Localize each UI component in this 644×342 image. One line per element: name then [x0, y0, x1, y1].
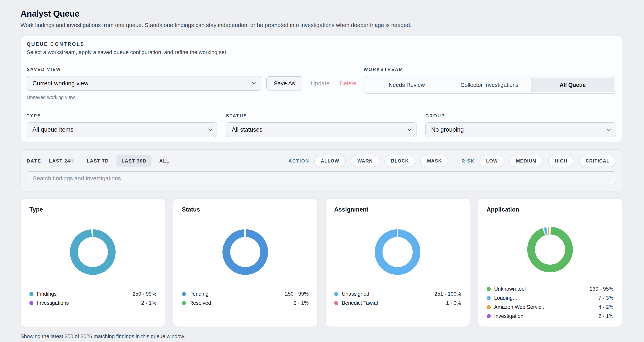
- legend-label: Loading...: [494, 295, 517, 301]
- action-pill-mask[interactable]: MASK: [420, 155, 448, 167]
- chevron-down-icon: [607, 127, 611, 131]
- legend-dot-icon: [182, 292, 186, 296]
- saved-view-label: SAVED VIEW: [27, 67, 356, 72]
- legend-item: Unassigned251 · 100%: [334, 291, 461, 297]
- group-select[interactable]: No grouping: [426, 122, 616, 137]
- type-chart-card: Type Findings250 · 99%Investigations2 · …: [20, 198, 165, 327]
- date-filter-label: DATE: [27, 158, 41, 164]
- status-selected-value: All statuses: [232, 126, 262, 133]
- legend-value: 250 · 99%: [285, 291, 309, 297]
- risk-pill-critical[interactable]: CRITICAL: [579, 155, 616, 167]
- legend-item: Pending250 · 99%: [182, 291, 309, 297]
- page-subtitle: Work findings and investigations from on…: [20, 22, 622, 28]
- risk-pill-high[interactable]: HIGH: [548, 155, 574, 167]
- type-donut-chart: [30, 213, 156, 291]
- legend-label: Unknown tool: [494, 286, 526, 292]
- action-pill-block[interactable]: BLOCK: [384, 155, 416, 167]
- date-option-last-7d[interactable]: LAST 7D: [82, 155, 114, 167]
- chart-legend: Findings250 · 99%Investigations2 · 1%: [30, 291, 156, 306]
- legend-item: Benedict Tawiah1 · 0%: [334, 300, 461, 306]
- delete-button[interactable]: Delete: [340, 80, 356, 87]
- workstream-segmented-control: Needs Review Collector Investigations Al…: [364, 76, 616, 94]
- chart-legend: Unknown tool239 · 95%Loading...7 · 3%Ama…: [487, 286, 614, 319]
- legend-value: 4 · 2%: [598, 304, 614, 310]
- saved-view-select[interactable]: Current working view: [27, 76, 261, 91]
- workstream-option-all-queue[interactable]: All Queue: [531, 78, 614, 92]
- group-selected-value: No grouping: [431, 126, 464, 133]
- legend-dot-icon: [30, 301, 34, 305]
- chevron-down-icon: [252, 80, 256, 85]
- legend-value: 250 · 99%: [132, 291, 156, 297]
- divider: [27, 60, 616, 60]
- legend-item: Loading...7 · 3%: [487, 295, 614, 301]
- action-filter-label: ACTION: [288, 158, 309, 164]
- action-pill-warn[interactable]: WARN: [351, 155, 379, 167]
- assignment-donut-chart: [334, 213, 461, 291]
- chart-legend: Pending250 · 99%Resolved2 · 1%: [182, 291, 309, 306]
- application-chart-card: Application Unknown tool239 · 95%Loading…: [478, 198, 622, 327]
- queue-controls-heading: QUEUE CONTROLS: [27, 41, 616, 47]
- chart-title: Application: [487, 206, 614, 213]
- status-chart-card: Status Pending250 · 99%Resolved2 · 1%: [173, 198, 318, 327]
- legend-value: 2 · 1%: [294, 300, 309, 306]
- filter-card: DATE LAST 24H LAST 7D LAST 30D ALL ACTIO…: [20, 149, 622, 191]
- legend-value: 2 · 1%: [141, 300, 156, 306]
- chart-legend: Unassigned251 · 100%Benedict Tawiah1 · 0…: [334, 291, 461, 306]
- queue-controls-card: QUEUE CONTROLS Select a workstream, appl…: [20, 35, 622, 143]
- workstream-section: WORKSTREAM Needs Review Collector Invest…: [364, 67, 616, 100]
- legend-item: Resolved2 · 1%: [182, 300, 309, 306]
- status-donut-chart: [182, 213, 309, 291]
- chevron-down-icon: [208, 127, 212, 131]
- search-input[interactable]: [27, 171, 616, 185]
- status-select[interactable]: All statuses: [226, 122, 417, 137]
- filter-separator: |: [454, 158, 456, 164]
- type-filter-section: TYPE All queue items: [27, 113, 218, 137]
- chart-title: Assignment: [334, 206, 461, 213]
- status-label: STATUS: [226, 113, 417, 119]
- legend-dot-icon: [334, 301, 338, 305]
- legend-dot-icon: [182, 301, 186, 305]
- legend-item: Investigations2 · 1%: [30, 300, 156, 306]
- legend-value: 251 · 100%: [434, 291, 461, 297]
- results-summary: Showing the latest 250 of 2026 matching …: [20, 334, 622, 340]
- chart-title: Type: [30, 206, 156, 213]
- risk-pill-low[interactable]: LOW: [480, 155, 504, 167]
- workstream-option-needs-review[interactable]: Needs Review: [365, 78, 448, 92]
- assignment-chart-card: Assignment Unassigned251 · 100%Benedict …: [325, 198, 470, 327]
- legend-item: Unknown tool239 · 95%: [487, 286, 614, 292]
- legend-label: Resolved: [190, 300, 211, 306]
- page-title: Analyst Queue: [20, 8, 622, 19]
- type-select[interactable]: All queue items: [27, 122, 218, 137]
- legend-dot-icon: [334, 292, 338, 296]
- legend-label: Benedict Tawiah: [342, 300, 380, 306]
- divider: [27, 107, 616, 107]
- legend-label: Amazon Web Servic...: [494, 304, 546, 310]
- legend-item: Investigation2 · 1%: [487, 313, 614, 319]
- chevron-down-icon: [408, 127, 412, 131]
- status-filter-section: STATUS All statuses: [226, 113, 417, 137]
- update-button[interactable]: Update: [311, 80, 330, 87]
- risk-pill-medium[interactable]: MEDIUM: [510, 155, 543, 167]
- action-pill-allow[interactable]: ALLOW: [314, 155, 346, 167]
- date-option-last-24h[interactable]: LAST 24H: [44, 155, 79, 167]
- legend-label: Pending: [190, 291, 208, 297]
- analyst-queue-page: Analyst Queue Work findings and investig…: [0, 0, 644, 342]
- save-as-button[interactable]: Save As: [266, 76, 302, 91]
- type-selected-value: All queue items: [32, 126, 74, 133]
- risk-filter-label: RISK: [462, 158, 474, 164]
- date-option-last-30d[interactable]: LAST 30D: [116, 155, 152, 167]
- group-filter-section: GROUP No grouping: [426, 113, 616, 137]
- legend-label: Investigations: [37, 300, 69, 306]
- type-label: TYPE: [27, 113, 218, 119]
- workstream-label: WORKSTREAM: [364, 67, 616, 72]
- legend-dot-icon: [30, 292, 34, 296]
- legend-item: Amazon Web Servic...4 · 2%: [487, 304, 614, 310]
- queue-controls-description: Select a workstream, apply a saved queue…: [27, 49, 616, 55]
- legend-label: Investigation: [494, 313, 524, 319]
- chart-title: Status: [182, 206, 309, 213]
- workstream-option-collector-investigations[interactable]: Collector Investigations: [448, 78, 531, 92]
- saved-view-section: SAVED VIEW Current working view Save As …: [27, 67, 356, 100]
- chart-cards-row: Type Findings250 · 99%Investigations2 · …: [20, 198, 622, 327]
- legend-value: 2 · 1%: [598, 313, 614, 319]
- date-option-all[interactable]: ALL: [154, 155, 174, 167]
